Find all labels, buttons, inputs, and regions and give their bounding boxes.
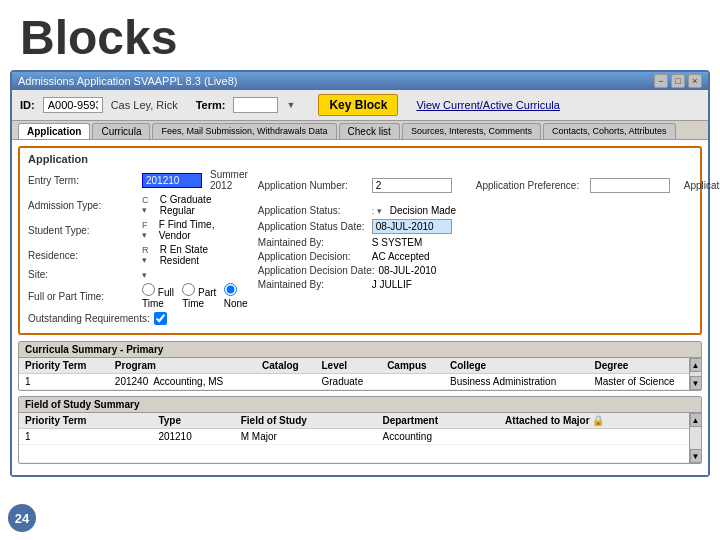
full-part-radio-group: Full Time Part Time None (142, 283, 248, 309)
main-window: Admissions Application SVAAPPL 8.3 (Live… (10, 70, 710, 477)
minimize-button[interactable]: − (654, 74, 668, 88)
outstanding-checkbox[interactable] (154, 312, 167, 325)
term-input[interactable] (233, 97, 278, 113)
application-block: Application Entry Term: 201210 Summer 20… (18, 146, 702, 335)
tab-sources[interactable]: Sources, Interests, Comments (402, 123, 541, 139)
curricula-college: Business Administration (444, 374, 588, 390)
id-label: ID: (20, 99, 35, 111)
app-date-label: Application Date: (684, 180, 720, 191)
content-area: Application Entry Term: 201210 Summer 20… (12, 140, 708, 475)
field-study-table: Priority Term Type Field of Study Depart… (19, 413, 701, 463)
admission-type-dropdown[interactable]: C ▾ (142, 195, 156, 215)
full-time-option[interactable]: Full Time (142, 283, 176, 309)
fs-col-type: Type (152, 413, 234, 429)
field-study-scrollbar[interactable]: ▲ ▼ (689, 413, 701, 463)
curricula-level: Graduate (316, 374, 382, 390)
fs-field: Accounting (376, 429, 499, 445)
tab-bar: Application Curricula Fees, Mail Submiss… (12, 121, 708, 140)
fs-col-dept: Department (376, 413, 499, 429)
maintained-by-value: S SYSTEM (372, 237, 423, 248)
none-radio[interactable] (224, 283, 237, 296)
entry-term-label: Entry Term: (28, 175, 138, 186)
app-decision-label: Application Decision: (258, 251, 368, 262)
field-study-row-2 (19, 445, 701, 463)
fs-dept (499, 429, 701, 445)
curricula-term: 201240 Accounting, MS (109, 374, 256, 390)
tab-application[interactable]: Application (18, 123, 90, 139)
page-number-badge: 24 (8, 504, 36, 532)
maintained-by2-label: Maintained By: (258, 279, 368, 290)
app-pref-input[interactable] (590, 178, 670, 193)
app-status-value: Decision Made (390, 205, 456, 216)
app-status-date-input[interactable] (372, 219, 452, 234)
site-dropdown[interactable]: ▾ (142, 270, 147, 280)
col-catalog: Catalog (256, 358, 315, 374)
col-campus: Campus (381, 358, 444, 374)
fs-priority: 1 (19, 429, 152, 445)
id-input[interactable] (43, 97, 103, 113)
entry-term-value[interactable]: 201210 (142, 173, 202, 188)
tab-contacts[interactable]: Contacts, Cohorts, Attributes (543, 123, 676, 139)
student-type-label: Student Type: (28, 225, 138, 236)
curricula-campus (381, 374, 444, 390)
curricula-priority: 1 (19, 374, 109, 390)
curricula-summary-block: Curricula Summary - Primary Priority Ter… (18, 341, 702, 391)
outstanding-label: Outstanding Requirements: (28, 313, 150, 324)
site-label: Site: (28, 269, 138, 280)
maintained-by2-value: J JULLIF (372, 279, 412, 290)
fs-col-attached: Attached to Major 🔒 (499, 413, 701, 429)
close-button[interactable]: × (688, 74, 702, 88)
curricula-summary-table: Priority Term Program Catalog Level Camp… (19, 358, 701, 390)
tab-curricula[interactable]: Curricula (92, 123, 150, 139)
curricula-summary-title: Curricula Summary - Primary (19, 342, 701, 358)
fs-scroll-down-button[interactable]: ▼ (690, 449, 702, 463)
application-block-title: Application (28, 153, 692, 165)
page-title: Blocks (20, 11, 177, 64)
app-status-dropdown[interactable]: : ▾ (372, 206, 382, 216)
curricula-row-1: 1 201240 Accounting, MS Graduate Busines… (19, 374, 701, 390)
scroll-down-button[interactable]: ▼ (690, 376, 702, 390)
app-pref-label: Application Preference: (476, 180, 586, 191)
none-option[interactable]: None (224, 283, 248, 309)
window-titlebar: Admissions Application SVAAPPL 8.3 (Live… (12, 72, 708, 90)
key-block-badge: Key Block (318, 94, 398, 116)
title-area: Blocks (0, 0, 720, 70)
app-status-date-label: Application Status Date: (258, 221, 368, 232)
view-curricula-link[interactable]: View Current/Active Curricula (416, 99, 559, 111)
app-number-input[interactable] (372, 178, 452, 193)
col-degree: Degree (588, 358, 701, 374)
app-decision-value: AC Accepted (372, 251, 430, 262)
id-name-value: Cas Ley, Rick (111, 99, 178, 111)
part-time-option[interactable]: Part Time (182, 283, 218, 309)
fs-scroll-up-button[interactable]: ▲ (690, 413, 702, 427)
admission-type-value: C Graduate Regular (160, 194, 248, 216)
app-status-label: Application Status: (258, 205, 368, 216)
field-study-block: Field of Study Summary Priority Term Typ… (18, 396, 702, 464)
curricula-catalog (256, 374, 315, 390)
app-decision-date-label: Application Decision Date: (258, 265, 375, 276)
scroll-up-button[interactable]: ▲ (690, 358, 702, 372)
window-control-buttons: − □ × (654, 74, 702, 88)
col-college: College (444, 358, 588, 374)
student-type-dropdown[interactable]: F ▾ (142, 220, 155, 240)
tab-checklist[interactable]: Check list (339, 123, 400, 139)
residence-dropdown[interactable]: R ▾ (142, 245, 156, 265)
student-type-value: F Find Time, Vendor (159, 219, 248, 241)
fs-col-priority: Priority Term (19, 413, 152, 429)
term-dropdown-icon[interactable]: ▼ (286, 100, 295, 110)
tab-fees[interactable]: Fees, Mail Submission, Withdrawals Data (152, 123, 336, 139)
fs-term: 201210 (152, 429, 234, 445)
residence-value: R En State Resident (160, 244, 248, 266)
term-label: Term: (196, 99, 226, 111)
maximize-button[interactable]: □ (671, 74, 685, 88)
maintained-by-label: Maintained By: (258, 237, 368, 248)
entry-term-desc: Summer 2012 (210, 169, 248, 191)
fs-col-field: Field of Study (235, 413, 377, 429)
curricula-scrollbar[interactable]: ▲ ▼ (689, 358, 701, 390)
field-study-title: Field of Study Summary (19, 397, 701, 413)
curricula-degree: Master of Science (588, 374, 701, 390)
residence-label: Residence: (28, 250, 138, 261)
part-time-radio[interactable] (182, 283, 195, 296)
col-priority: Priority Term (19, 358, 109, 374)
full-time-radio[interactable] (142, 283, 155, 296)
